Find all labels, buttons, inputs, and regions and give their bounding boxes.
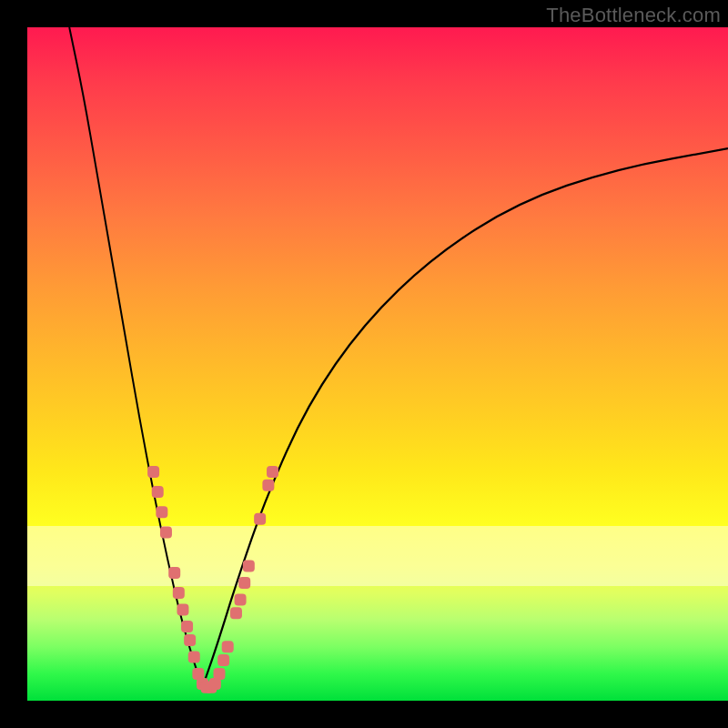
data-marker: [181, 621, 193, 632]
data-marker: [156, 506, 167, 518]
data-marker: [160, 527, 172, 539]
data-marker: [192, 668, 204, 680]
data-marker: [230, 607, 242, 619]
data-marker: [152, 486, 164, 498]
data-marker: [177, 604, 188, 616]
data-marker: [184, 634, 196, 646]
curve-right-branch: [203, 148, 729, 687]
data-marker: [243, 561, 255, 572]
markers-left-group: [147, 466, 213, 693]
markers-right-group: [205, 466, 278, 693]
data-marker: [147, 466, 159, 478]
data-marker: [222, 641, 234, 652]
data-marker: [213, 668, 225, 680]
data-marker: [238, 577, 250, 589]
data-marker: [188, 651, 200, 662]
plot-area: [27, 27, 728, 701]
data-marker: [173, 587, 185, 599]
data-marker: [254, 513, 266, 525]
chart-frame: TheBottleneck.com: [0, 0, 728, 728]
data-marker: [267, 466, 278, 478]
data-marker: [168, 567, 180, 579]
data-marker: [262, 480, 274, 491]
curve-layer: [27, 27, 728, 701]
data-marker: [209, 678, 221, 690]
data-marker: [217, 654, 229, 666]
watermark-label: TheBottleneck.com: [546, 4, 721, 27]
data-marker: [235, 594, 247, 606]
